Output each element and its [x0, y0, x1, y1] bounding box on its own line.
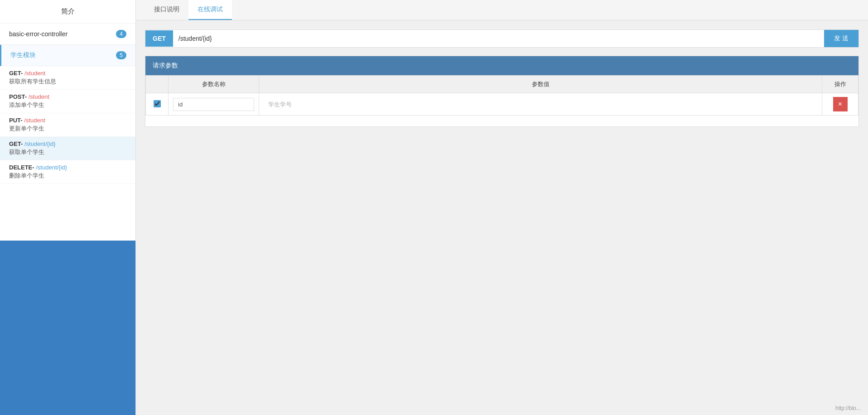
api-method-3: GET- — [9, 140, 23, 147]
api-item-delete-student-id[interactable]: DELETE- /student/{id} 删除单个学生 — [0, 160, 135, 184]
url-input[interactable] — [173, 30, 824, 47]
main-content: get 发 送 请求参数 参数名称 参数值 操作 — [136, 20, 868, 415]
basic-error-badge: 4 — [116, 30, 126, 38]
params-table: 参数名称 参数值 操作 — [145, 75, 858, 116]
api-desc-1: 添加单个学生 — [9, 101, 126, 109]
params-header: 请求参数 — [145, 56, 858, 75]
sidebar-intro[interactable]: 简介 — [0, 0, 135, 24]
api-path-3: /student/{id} — [23, 140, 55, 147]
close-icon: × — [838, 100, 842, 108]
api-path-4: /student/{id} — [34, 164, 67, 171]
api-desc-2: 更新单个学生 — [9, 125, 126, 133]
param-value-cell — [259, 93, 822, 116]
api-method-0: GET- — [9, 70, 23, 77]
api-item-post-student[interactable]: POST- /student 添加单个学生 — [0, 90, 135, 113]
param-checkbox-cell — [146, 93, 169, 116]
student-module-title: 学生模块 — [10, 51, 36, 59]
bottom-hint: http://blo... — [835, 405, 861, 411]
api-method-2: PUT- — [9, 117, 23, 124]
api-desc-3: 获取单个学生 — [9, 148, 126, 156]
basic-error-title: basic-error-controller — [9, 30, 68, 38]
col-header-value: 参数值 — [259, 76, 822, 93]
send-button[interactable]: 发 送 — [824, 30, 858, 47]
url-bar: get 发 送 — [145, 29, 859, 48]
param-value-input[interactable] — [264, 98, 817, 111]
api-list: GET- /student 获取所有学生信息 POST- /student 添加… — [0, 66, 135, 241]
param-name-cell — [169, 93, 259, 116]
api-path-1: /student — [27, 93, 49, 100]
col-header-check — [146, 76, 169, 93]
sidebar-section-student-module[interactable]: 学生模块 5 — [0, 45, 135, 66]
sidebar-section-basic-error[interactable]: basic-error-controller 4 — [0, 24, 135, 45]
param-action-cell: × — [822, 93, 858, 116]
intro-label: 简介 — [61, 7, 75, 15]
tab-bar: 接口说明 在线调试 — [136, 0, 868, 20]
api-desc-0: 获取所有学生信息 — [9, 77, 126, 86]
param-checkbox[interactable] — [154, 100, 161, 107]
api-method-1: POST- — [9, 93, 27, 100]
api-desc-4: 删除单个学生 — [9, 172, 126, 180]
params-footer — [145, 116, 858, 126]
tab-online-test[interactable]: 在线调试 — [188, 0, 232, 20]
api-path-0: /student — [23, 70, 45, 77]
sidebar: 简介 basic-error-controller 4 学生模块 5 GET- … — [0, 0, 136, 415]
sidebar-blue-area — [0, 241, 135, 415]
col-header-action: 操作 — [822, 76, 858, 93]
api-item-put-student[interactable]: PUT- /student 更新单个学生 — [0, 113, 135, 137]
http-method-badge: get — [145, 30, 173, 47]
main-panel: 接口说明 在线调试 get 发 送 请求参数 参数名称 参数值 操作 — [136, 0, 868, 415]
api-item-get-student[interactable]: GET- /student 获取所有学生信息 — [0, 66, 135, 90]
student-module-badge: 5 — [116, 51, 126, 59]
table-row: × — [146, 93, 858, 116]
api-item-get-student-id[interactable]: GET- /student/{id} 获取单个学生 — [0, 137, 135, 160]
api-method-4: DELETE- — [9, 164, 34, 171]
col-header-name: 参数名称 — [169, 76, 259, 93]
param-delete-button[interactable]: × — [833, 97, 848, 111]
api-path-2: /student — [23, 117, 45, 124]
params-section: 请求参数 参数名称 参数值 操作 — [145, 56, 859, 127]
tab-interface-desc[interactable]: 接口说明 — [145, 0, 188, 20]
param-name-input[interactable] — [173, 98, 254, 111]
